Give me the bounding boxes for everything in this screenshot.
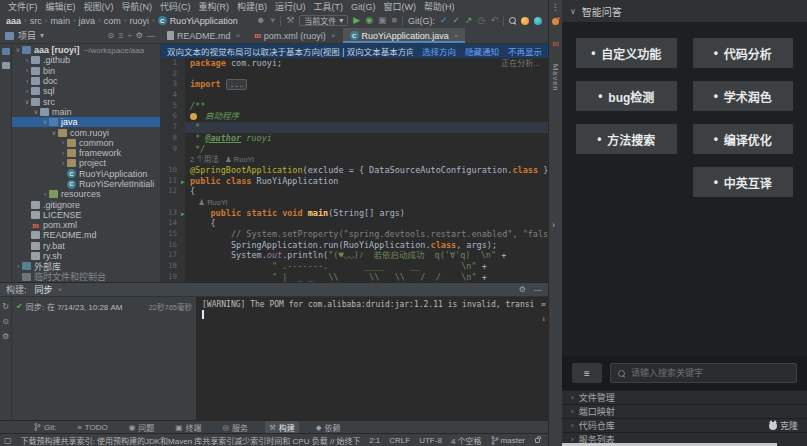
tab-close-icon[interactable]: × [331, 31, 336, 40]
tree-chevron-icon[interactable]: ∨ [23, 98, 31, 106]
teal-badge-icon[interactable] [534, 17, 542, 25]
tree-item[interactable]: ry.bat [12, 241, 160, 251]
menu-icon[interactable]: ≡ [572, 363, 602, 383]
build-sync-tab[interactable]: 同步 × [35, 283, 63, 296]
breadcrumb-item[interactable]: java [79, 16, 96, 26]
tree-item[interactable]: 临时文件和控制台 [12, 272, 160, 282]
assistant-button[interactable]: 自定义功能 [576, 38, 677, 68]
build-hammer-icon[interactable]: ⚒ [286, 16, 294, 25]
tree-item[interactable]: README.md [12, 230, 160, 240]
search-input[interactable] [631, 368, 789, 378]
chevron-down-icon[interactable]: ∨ [570, 7, 576, 16]
assistant-button[interactable]: 代码分析 [693, 38, 794, 68]
project-toolwindow-icon[interactable] [2, 48, 10, 55]
breadcrumb-item[interactable]: com [104, 16, 121, 26]
tree-chevron-icon[interactable]: › [23, 78, 31, 85]
commit-toolwindow-icon[interactable] [2, 62, 10, 69]
assistant-button[interactable]: 方法搜索 [576, 124, 677, 154]
tree-chevron-icon[interactable]: › [59, 160, 67, 167]
user-icon[interactable]: ☻ [256, 16, 265, 25]
tree-item[interactable]: CRuoYiServletInitiali [12, 179, 160, 189]
panel-section[interactable]: ›端口映射 [562, 404, 807, 418]
tab-close-icon[interactable]: × [58, 285, 63, 294]
tree-chevron-icon[interactable]: › [59, 150, 67, 157]
menu-item[interactable]: 构建(B) [233, 0, 271, 13]
menu-item[interactable]: 编辑(E) [42, 0, 80, 13]
inlay-hint[interactable]: 2 个用法 ♟ RuoYi [190, 155, 254, 164]
tree-chevron-icon[interactable]: › [41, 191, 49, 198]
tree-chevron-icon[interactable]: › [59, 139, 67, 146]
toolwindow-item-git[interactable]: Git: [30, 421, 60, 433]
tree-item[interactable]: ›外部库 [12, 261, 160, 271]
hide-panel-icon[interactable]: — [147, 31, 155, 40]
file-encoding[interactable]: UTF-8 [419, 436, 442, 445]
banner-action-choose-direction[interactable]: 选择方向 [422, 45, 456, 57]
locate-icon[interactable]: ⊙ [108, 31, 115, 40]
tree-chevron-icon[interactable]: ∨ [14, 46, 22, 54]
tree-chevron-icon[interactable]: › [23, 88, 31, 95]
history-icon[interactable]: ◷ [478, 16, 486, 25]
coverage-button[interactable]: ▣ [378, 16, 387, 25]
menu-item[interactable]: 工具(T) [310, 0, 348, 13]
tree-chevron-icon[interactable]: ∨ [41, 118, 49, 126]
menu-item[interactable]: 导航(N) [118, 0, 157, 13]
banner-action-hide-notification[interactable]: 隐藏通知 [465, 45, 499, 57]
search-box[interactable] [610, 363, 797, 383]
soft-wrap-icon[interactable]: ≡ [541, 299, 546, 310]
tab-close-icon[interactable]: × [454, 31, 459, 40]
hide-panel-icon[interactable]: — [534, 285, 542, 294]
expand-all-icon[interactable]: Ξ [118, 31, 123, 40]
assistant-button[interactable]: 学术润色 [693, 81, 794, 111]
tree-item[interactable]: mpom.xml [12, 220, 160, 230]
menu-item[interactable]: 帮助(H) [420, 0, 459, 13]
folded-imports[interactable]: ... [226, 79, 248, 90]
rerun-icon[interactable]: ↻ [2, 302, 9, 311]
locate-icon[interactable]: ⊙ [2, 317, 9, 326]
inlay-hint[interactable]: ♟ RuoYi [190, 198, 227, 207]
editor-tab[interactable]: CRuoYiApplication.java× [343, 28, 466, 43]
tree-item[interactable]: ›framework [12, 148, 160, 158]
menu-item[interactable]: Git(G) [347, 2, 380, 12]
breadcrumb-item[interactable]: src [30, 16, 42, 26]
breadcrumb-item[interactable]: aaa [6, 16, 21, 26]
tree-item[interactable]: .gitignore [12, 199, 160, 209]
toolwindow-item-todo[interactable]: ≡TODO [73, 421, 111, 433]
tab-close-icon[interactable]: × [236, 31, 241, 40]
intention-bulb-icon[interactable] [190, 113, 197, 120]
menu-item[interactable]: 窗口(W) [380, 0, 421, 13]
clone-button[interactable]: 克隆 [769, 419, 798, 432]
editor-tab[interactable]: mpom.xml (ruoyi)× [247, 28, 342, 43]
tree-item[interactable]: ›project [12, 158, 160, 168]
git-update-icon[interactable]: ✓ [440, 16, 448, 25]
breadcrumb-item[interactable]: main [50, 16, 70, 26]
debug-button[interactable]: ◉ [365, 16, 373, 25]
menu-item[interactable]: 重构(R) [195, 0, 234, 13]
panel-section[interactable]: ›文件管理 [562, 390, 807, 404]
orange-badge-icon[interactable] [521, 17, 529, 25]
build-console[interactable]: [WARNING] The POM for com.alibaba:druid:… [197, 297, 548, 420]
tree-item[interactable]: ›resources [12, 189, 160, 199]
tree-item[interactable]: ›.github [12, 55, 160, 65]
indent-setting[interactable]: 4 个空格 [451, 435, 482, 446]
tree-item[interactable]: ∨java [12, 117, 160, 127]
caret-position[interactable]: 2:1 [369, 436, 380, 445]
toolwindow-item-terminal[interactable]: ▣终端 [171, 421, 205, 433]
tree-item[interactable]: ›sql [12, 86, 160, 96]
rollback-icon[interactable]: ↶ [490, 16, 498, 25]
menu-item[interactable]: 文件(F) [4, 0, 42, 13]
status-message[interactable]: 下载预构建共享索引: 使用预构建的JDK和Maven 库共享索引减少索引时间和 … [21, 435, 361, 446]
gear-icon[interactable]: ⚙ [136, 31, 143, 40]
tree-item[interactable]: ›bin [12, 66, 160, 76]
tree-chevron-icon[interactable]: › [23, 57, 31, 64]
toolwindow-item-dependencies[interactable]: ◆依赖 [312, 421, 345, 433]
run-config-select[interactable]: 当前文件 ▾ [299, 15, 348, 26]
toolwindow-item-build[interactable]: ⚒构建 [265, 421, 299, 433]
stop-button[interactable]: ■ [392, 16, 397, 25]
tree-item[interactable]: ›doc [12, 76, 160, 86]
chevron-down-icon[interactable]: ▾ [40, 31, 44, 40]
line-separator[interactable]: CRLF [389, 436, 410, 445]
more-icon[interactable]: ⋮ [551, 2, 560, 12]
menu-item[interactable]: 代码(C) [156, 0, 195, 13]
assistant-panel-header[interactable]: ∨ 智能问答 [562, 0, 807, 22]
collapse-all-icon[interactable]: ÷ [127, 31, 131, 40]
